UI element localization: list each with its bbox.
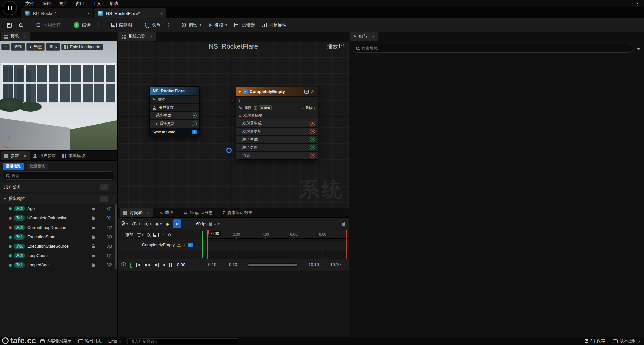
unsaved-button[interactable]: 3未保存 <box>585 338 605 344</box>
timeline-ruler[interactable]: 0.00 2.00 4.00 6.00 8.00 <box>206 230 349 239</box>
range-end-value[interactable]: 10.10 <box>329 262 342 267</box>
open-emitter-icon[interactable]: ↗ <box>304 90 309 94</box>
emitter-node[interactable]: ▾ ✓ CompletelyEmpty ↗ ⚠ ↓ ✎ 属性 ▾ CPU +阶段… <box>236 87 318 160</box>
menu-asset[interactable]: 资产 <box>55 0 72 8</box>
tab-details[interactable]: ✎ 细节 × <box>350 32 378 41</box>
close-icon[interactable]: × <box>160 11 163 16</box>
add-parameter-button[interactable]: + <box>100 196 108 202</box>
apply-scratch-button[interactable]: ▤应用暂存 <box>33 20 64 30</box>
show-button[interactable]: 显示 <box>46 43 60 51</box>
timeline-lock-icon[interactable] <box>342 223 345 226</box>
section-system-attributes[interactable]: ▾ 系统属性 + <box>0 194 117 204</box>
active-overview-button[interactable]: 激活概览 <box>3 163 24 170</box>
parameters-search[interactable] <box>3 171 115 180</box>
scrollbar-thumb[interactable] <box>248 264 297 266</box>
tab-bp-rocket[interactable]: BP_Rocket* × <box>21 8 93 18</box>
menu-edit[interactable]: 编辑 <box>38 0 55 8</box>
close-icon[interactable]: × <box>636 1 639 6</box>
tab-system-overview[interactable]: 系统总览 × <box>118 32 156 41</box>
active-modules-button[interactable]: 激活模块 <box>27 163 48 170</box>
compile-options-icon[interactable]: ⋮ <box>95 22 101 28</box>
range-start-value[interactable]: -0.10 <box>206 262 217 267</box>
cmd-selector[interactable]: Cmd▾ <box>108 339 121 344</box>
tab-script-stats[interactable]: Σ脚本统计数据 <box>219 208 256 217</box>
simulate-button[interactable]: 模拟▾ <box>206 20 230 30</box>
menu-tools[interactable]: 工具 <box>89 0 105 8</box>
emitter-node-header[interactable]: ▾ ✓ CompletelyEmpty ↗ ⚠ <box>236 87 318 96</box>
param-row[interactable]: 系统 ExecutionState 3|3 <box>0 232 117 242</box>
fps-control[interactable]: 60 fps≡▾ <box>196 221 219 226</box>
view-start-value[interactable]: -0.10 <box>227 262 238 267</box>
playhead-line[interactable] <box>207 230 208 259</box>
add-module-icon[interactable]: + <box>192 113 197 118</box>
preview-viewport[interactable]: z ≡ 透视 ◐光照 显示 Epic Headquarte <box>0 41 118 150</box>
param-row[interactable]: 系统 Age 3|1 <box>0 204 117 213</box>
close-icon[interactable]: × <box>24 34 26 39</box>
compile-button[interactable]: ✓编译 <box>71 20 94 30</box>
section-user-exposed[interactable]: 用户公开 + <box>0 182 117 192</box>
debug-button[interactable]: 调试▾ <box>179 20 204 30</box>
chevron-down-icon[interactable]: ▾ <box>239 90 241 94</box>
tab-local-modules[interactable]: 本地模块 <box>59 151 89 160</box>
track-filter-button[interactable]: ▾ <box>137 233 143 237</box>
close-icon[interactable]: × <box>150 34 152 39</box>
system-spawn-row[interactable]: 系统生成+ <box>150 111 199 119</box>
baker-button[interactable]: 烘焙器 <box>231 20 258 30</box>
add-module-icon[interactable]: + <box>310 145 315 150</box>
browse-button[interactable] <box>16 21 25 29</box>
timeline-scrollbar[interactable] <box>248 263 298 267</box>
param-row[interactable]: 系统 ExecutionStateSource 3|3 <box>0 242 117 251</box>
track-list-button[interactable]: ≡ <box>162 233 164 237</box>
tab-parameters[interactable]: 参数 × <box>1 151 30 160</box>
auto-key-button[interactable]: ◆ <box>166 221 169 226</box>
track-camera-button[interactable] <box>153 233 159 237</box>
bounds-options-icon[interactable]: ⋮ <box>165 22 172 28</box>
system-node[interactable]: NS_RocketFlare ✎属性 用户参数 系统生成+ ▾系统更新+ Sys… <box>149 86 200 136</box>
emitter-spawn-row[interactable]: 发射器生成+ <box>236 119 318 127</box>
menu-window[interactable]: 窗口 <box>72 0 89 8</box>
add-renderer-icon[interactable]: + <box>310 153 315 158</box>
stage-control[interactable]: +阶段| <box>302 105 315 110</box>
pause-button[interactable] <box>169 263 172 267</box>
save-button[interactable] <box>4 21 15 30</box>
add-module-icon[interactable]: + <box>310 129 315 134</box>
track-search-button[interactable] <box>147 233 150 237</box>
add-stage-icon[interactable]: + <box>302 106 304 110</box>
details-search-input[interactable] <box>362 46 630 51</box>
tab-niagara-log[interactable]: ▤Niagara日志 <box>180 208 216 217</box>
emitter-isolate-row[interactable]: ↓ <box>236 96 318 104</box>
view-options-button[interactable]: ▾ <box>132 222 140 226</box>
emitter-enabled-checkbox[interactable]: ✓ <box>243 89 248 94</box>
isolate-icon[interactable]: ↓ <box>183 243 185 247</box>
system-state-row[interactable]: System State✓ <box>150 128 199 136</box>
tab-curves[interactable]: ∿曲线 <box>156 208 177 217</box>
console-input[interactable] <box>127 338 238 344</box>
param-row[interactable]: 系统 bCompleteOnInactive 0|1 <box>0 213 117 223</box>
add-track-button[interactable]: +添加 <box>121 232 133 238</box>
close-icon[interactable]: × <box>24 154 26 158</box>
go-to-start-button[interactable] <box>136 263 141 267</box>
track-lane[interactable] <box>206 241 349 251</box>
tab-ns-rocketflare[interactable]: NS_RocketFlare* × <box>94 8 166 18</box>
system-properties-row[interactable]: ✎属性 <box>150 95 199 103</box>
play-reverse-button[interactable] <box>163 263 165 267</box>
isolate-icon[interactable]: ↓ <box>239 98 241 102</box>
track-enabled-checkbox[interactable]: ✓ <box>188 243 193 247</box>
close-icon[interactable]: × <box>372 34 374 39</box>
keyframe-options-button[interactable]: ◆▾ <box>155 221 162 226</box>
menu-help[interactable]: 帮助 <box>105 0 122 8</box>
param-row[interactable]: 系统 LoopCount 1|1 <box>0 251 117 260</box>
menu-file[interactable]: 文件 <box>21 0 38 8</box>
add-module-icon[interactable]: + <box>310 121 315 126</box>
track-settings-button[interactable]: ⚙ <box>168 233 171 237</box>
system-overview-graph[interactable]: NS_RocketFlare 缩放1:1 系统 NS_RocketFlare ✎… <box>118 41 349 208</box>
param-row[interactable]: 系统 LoopedAge 3|2 <box>0 260 117 270</box>
step-back-button[interactable] <box>154 263 159 267</box>
close-icon[interactable]: × <box>87 11 90 16</box>
sequencer-settings-button[interactable]: ▾ <box>121 222 128 226</box>
close-icon[interactable]: × <box>147 211 150 215</box>
output-log-button[interactable]: 输出日志 <box>78 338 102 344</box>
particle-update-row[interactable]: 粒子更新+ <box>236 143 318 151</box>
parameters-search-input[interactable] <box>12 173 111 178</box>
previous-key-button[interactable] <box>144 263 150 267</box>
